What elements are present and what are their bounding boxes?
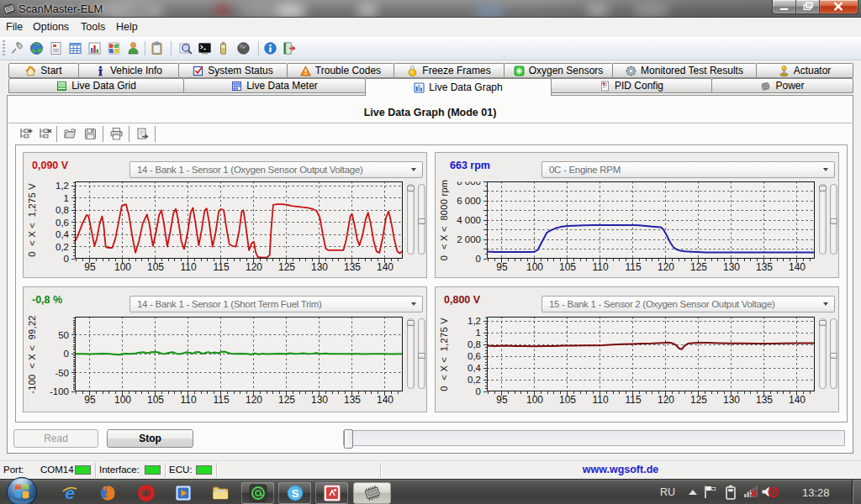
svg-text:2 000: 2 000 [457, 234, 481, 244]
svg-text:125: 125 [690, 261, 707, 273]
svg-text:0 < X < 8000 rpm: 0 < X < 8000 rpm [439, 180, 449, 261]
svg-text:120: 120 [246, 394, 262, 406]
svg-text:0,8: 0,8 [55, 205, 69, 215]
svg-text:1: 1 [476, 328, 481, 338]
svg-text:125: 125 [278, 261, 295, 273]
svg-text:0: 0 [64, 254, 69, 264]
svg-text:50: 50 [58, 330, 69, 340]
svg-text:0,2: 0,2 [467, 375, 481, 385]
svg-text:0,6: 0,6 [467, 351, 481, 361]
svg-text:115: 115 [625, 261, 641, 273]
svg-text:100: 100 [526, 394, 543, 406]
svg-text:130: 130 [723, 394, 740, 406]
svg-text:140: 140 [789, 261, 806, 273]
svg-text:130: 130 [311, 261, 328, 273]
svg-text:125: 125 [278, 394, 295, 406]
svg-text:95: 95 [84, 261, 96, 273]
svg-text:0,4: 0,4 [467, 363, 482, 373]
svg-text:0,4: 0,4 [55, 229, 70, 239]
svg-text:120: 120 [658, 394, 674, 406]
svg-text:110: 110 [592, 394, 608, 406]
svg-text:135: 135 [756, 261, 773, 273]
svg-text:115: 115 [213, 394, 229, 406]
svg-text:1: 1 [64, 193, 69, 203]
svg-text:4 000: 4 000 [457, 215, 481, 225]
svg-text:105: 105 [559, 261, 576, 273]
svg-text:110: 110 [592, 261, 608, 273]
svg-text:135: 135 [344, 261, 361, 273]
svg-text:105: 105 [147, 261, 164, 273]
svg-text:105: 105 [147, 394, 164, 406]
svg-text:-100: -100 [50, 386, 69, 396]
svg-text:115: 115 [625, 394, 641, 406]
svg-text:e: e [65, 485, 75, 502]
svg-text:95: 95 [496, 394, 508, 406]
svg-text:S: S [291, 487, 298, 500]
svg-text:130: 130 [723, 261, 740, 273]
svg-text:105: 105 [559, 394, 576, 406]
svg-text:0 < X < 1,275 V: 0 < X < 1,275 V [27, 183, 37, 257]
svg-text:6 000: 6 000 [457, 196, 481, 206]
svg-text:120: 120 [658, 261, 674, 273]
svg-text:0: 0 [476, 386, 481, 396]
svg-text:1,2: 1,2 [467, 316, 481, 326]
svg-text:135: 135 [756, 394, 773, 406]
svg-text:130: 130 [311, 394, 328, 406]
svg-text:-50: -50 [55, 368, 69, 378]
svg-text:110: 110 [180, 394, 196, 406]
svg-text:100: 100 [526, 261, 543, 273]
svg-text:135: 135 [344, 394, 361, 406]
svg-text:1,2: 1,2 [55, 181, 69, 191]
svg-text:110: 110 [180, 261, 196, 273]
svg-text:8 000: 8 000 [457, 176, 481, 186]
svg-text:0,8: 0,8 [467, 339, 481, 349]
svg-text:95: 95 [84, 394, 96, 406]
svg-text:140: 140 [377, 394, 394, 406]
svg-text:0 < X < 1,275 V: 0 < X < 1,275 V [439, 318, 449, 391]
svg-text:0,2: 0,2 [55, 242, 69, 252]
svg-text:0: 0 [64, 349, 69, 359]
svg-text:125: 125 [690, 394, 707, 406]
svg-text:140: 140 [789, 394, 806, 406]
svg-text:0,6: 0,6 [55, 218, 69, 228]
svg-text:0: 0 [476, 254, 481, 264]
svg-text:100: 100 [114, 261, 131, 273]
svg-text:100: 100 [114, 394, 131, 406]
svg-text:115: 115 [213, 261, 229, 273]
svg-text:-100 < X < 99,22: -100 < X < 99,22 [27, 315, 37, 393]
svg-text:95: 95 [496, 261, 508, 273]
svg-text:140: 140 [377, 261, 394, 273]
svg-text:120: 120 [246, 261, 262, 273]
